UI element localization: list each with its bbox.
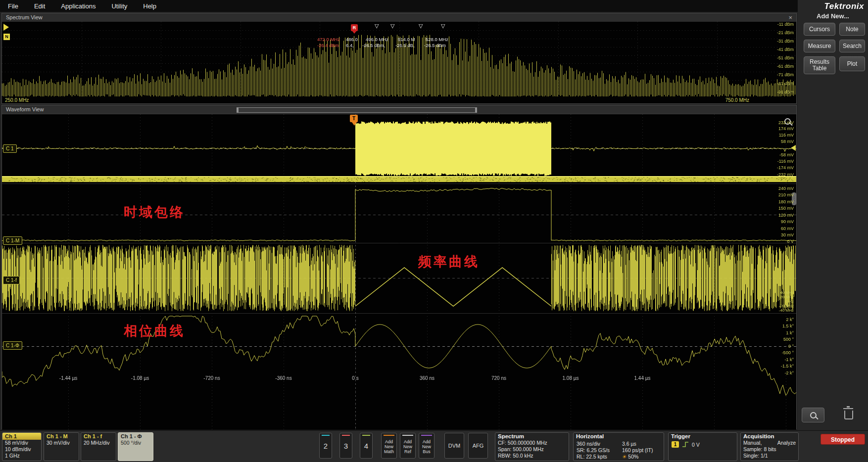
normal-trace-tag[interactable]: N [3,34,10,40]
ch1-m-badge[interactable]: Ch 1 - M 30 mV/div [44,432,79,461]
ch1f-y-label: 40 MHz [763,291,794,295]
trigger-source: 1 [672,441,679,448]
marker-ampl-label: -26.5 dBm, [362,43,385,48]
peak-marker-icon[interactable]: ▽ [375,23,379,29]
menu-bar: File Edit Applications Utility Help [0,0,868,12]
trigger-badge-title: Trigger [669,433,737,440]
cursors-button[interactable]: Cursors [804,23,835,36]
horizontal-badge-title: Horizontal [574,433,664,440]
channel-handle-c1[interactable]: C 1 [3,144,17,153]
note-button[interactable]: Note [839,23,865,36]
add-new-ref-button[interactable]: Add New Ref [400,433,416,459]
waveform-title: Waveform View [6,106,44,112]
brightness-icon: ☀ [622,454,627,460]
tektronix-logo: Tektronix [824,1,864,11]
afg-button[interactable]: AFG [468,433,488,459]
dvm-button[interactable]: DVM [444,433,464,459]
spectrum-y-label: -51 dBm [763,56,794,60]
menu-help[interactable]: Help [135,1,164,11]
ch1p-y-label: 2 k° [763,318,794,322]
trigger-arrow-icon [352,122,357,126]
channel-2-button[interactable]: 2 [319,433,332,459]
ch1p-y-label: 1.5 k° [763,324,794,328]
add-new-label: Add New... [798,12,868,20]
acquisition-badge[interactable]: Acquisition Manual,Analyze Sample: 8 bit… [740,432,799,461]
channel-handle-c1-phi[interactable]: C 1-Φ [3,341,22,350]
waveform-trace-canvas [2,114,796,430]
menu-applications[interactable]: Applications [53,1,103,11]
ch1-y-label: -116 mV [763,159,794,164]
spectrum-start-freq: 250.0 MHz [5,97,29,103]
ch1-m-scale: 30 mV/div [44,440,79,446]
peak-marker-icon[interactable]: ▽ [419,23,423,29]
ch1-y-label: -174 mV [763,166,794,170]
ch1-phi-badge[interactable]: Ch 1 - Φ 500 °/div [118,432,153,461]
spectrum-badge-title: Spectrum [495,433,569,440]
peak-marker-icon[interactable]: ▽ [390,23,394,29]
ch1f-y-label: 0 Hz [763,300,794,304]
marker-ampl-label: -26.5 dB, [395,43,415,48]
peak-marker-icon[interactable]: ▽ [441,23,445,29]
plot-button[interactable]: Plot [839,56,865,71]
channel-handle-c1-f[interactable]: C 1-f [3,276,20,284]
ch1-y-label: 232 mV [763,121,794,125]
acquisition-badge-title: Acquisition [741,433,798,440]
ch3-color-line [342,435,350,436]
results-table-button[interactable]: Results Table [804,56,835,74]
time-axis-label: -360 ns [266,375,301,381]
marker-ampl-label: -26.4 dBm [317,43,339,48]
spectrum-y-label: -41 dBm [763,47,794,52]
trigger-position-marker[interactable]: T [350,115,358,122]
spectrum-stop-freq: 750.0 MHz [725,97,749,103]
time-axis-label: -720 ns [194,375,229,381]
menu-file[interactable]: File [0,1,26,11]
ch1-f-badge[interactable]: Ch 1 - f 20 MHz/div [81,432,116,461]
ch1m-y-label: 180 mV [763,200,794,204]
bus-color-line [421,435,432,436]
menu-utility[interactable]: Utility [103,1,135,11]
close-icon[interactable]: × [788,13,792,22]
ch1m-y-label: 60 mV [763,227,794,231]
channel-4-button[interactable]: 4 [360,433,373,459]
spectrum-y-label: -31 dBm [763,39,794,44]
zoom-search-button[interactable] [802,408,824,422]
ch1-f-scale: 20 MHz/div [81,440,116,446]
ch1p-y-label: 0 ° [763,344,794,349]
horizontal-badge[interactable]: Horizontal 360 ns/div SR: 6.25 GS/s RL: … [573,432,664,461]
right-sidebar: Tektronix Add New... Cursors Note Measur… [798,0,868,430]
trace-flag-icon[interactable] [3,24,9,31]
waveform-plot: T ⋮ C 1 C 1-M C 1-f C 1-Φ 时域包络 频率曲线 相位曲线… [2,114,796,430]
trigger-badge[interactable]: Trigger 1 0 V [668,432,737,461]
ch1-badge[interactable]: Ch 1 58 mV/div 10 dBm/div 1 GHz [2,432,42,461]
annotation-frequency: 频率曲线 [418,253,480,271]
zoom-overview-scrollbar[interactable] [237,107,477,113]
ch1-f-badge-title: Ch 1 - f [81,433,116,440]
ch1p-y-label: -1.5 k° [763,364,794,369]
ch1m-y-label: 30 mV [763,233,794,237]
ch1-bandwidth: 1 GHz [2,453,41,459]
reference-marker-icon[interactable]: R [351,24,358,31]
ch1p-y-label: 1 k° [763,331,794,335]
annotation-phase: 相位曲线 [124,322,185,340]
add-new-bus-button[interactable]: Add New Bus [419,433,434,459]
spectrum-y-label: -81 dBm [763,82,794,86]
menu-edit[interactable]: Edit [26,1,53,11]
ch1-level-arrow-icon[interactable] [791,145,796,151]
channel-handle-c1-m[interactable]: C 1-M [3,236,22,245]
spectrum-badge[interactable]: Spectrum CF: 500.000000 MHz Span: 500.00… [495,432,569,461]
trash-button[interactable] [844,407,856,422]
spectrum-trace-canvas [2,22,796,97]
ref-color-line [402,435,413,436]
run-stop-status-button[interactable]: Stopped [820,434,865,445]
channel-3-button[interactable]: 3 [339,433,352,459]
search-button[interactable]: Search [839,40,865,52]
spectrum-y-label: -21 dBm [763,31,794,35]
measure-button[interactable]: Measure [804,40,835,52]
trigger-level: 0 V [692,442,700,448]
add-new-math-button[interactable]: Add New Math [381,433,397,459]
rbw: RBW: 50.0 kHz [495,453,569,459]
ch2-color-line [322,435,330,436]
acquisition-analyze: Analyze [777,440,796,446]
ch1m-y-label: 240 mV [763,186,794,191]
ch1-spectrum-scale: 10 dBm/div [2,446,41,453]
